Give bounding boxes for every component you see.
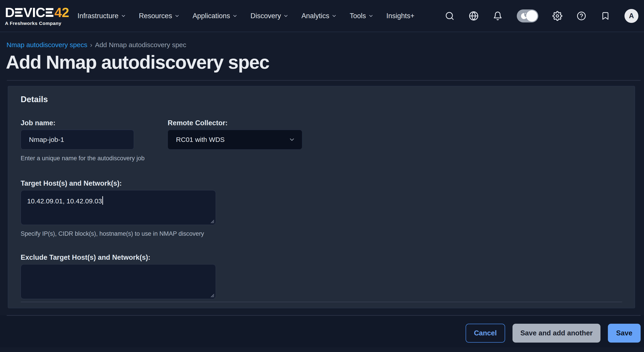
breadcrumb-separator: › [90,41,92,49]
save-and-add-another-button[interactable]: Save and add another [512,324,600,342]
breadcrumb: Nmap autodiscovery specs › Add Nmap auto… [6,41,644,49]
brand-letter: D [5,6,14,19]
bookmark-icon[interactable] [600,11,610,21]
targets-field-group: Target Host(s) and Network(s): 10.42.09.… [21,179,622,237]
nav-item-applications[interactable]: Applications [192,12,238,20]
breadcrumb-link-nmap-specs[interactable]: Nmap autodiscovery specs [6,41,87,49]
nav-utilities: A [445,9,638,23]
targets-label: Target Host(s) and Network(s): [21,179,622,187]
help-icon[interactable] [576,11,586,21]
chevron-down-icon [174,13,180,19]
exclude-targets-field-group: Exclude Target Host(s) and Network(s): [21,253,622,299]
brand-wordmark: DVIC42 [5,6,69,19]
nav-item-resources[interactable]: Resources [139,12,180,20]
section-title: Details [21,95,622,104]
job-name-helper: Enter a unique name for the autodiscover… [21,155,144,162]
nav-item-infrastructure[interactable]: Infrastructure [78,12,126,20]
job-name-label: Job name: [21,119,144,127]
avatar[interactable]: A [624,9,638,23]
nav-item-analytics[interactable]: Analytics [301,12,337,20]
top-divider [7,80,641,81]
job-name-field-group: Job name: Enter a unique name for the au… [21,119,144,162]
form-row-1: Job name: Enter a unique name for the au… [21,119,622,162]
resize-handle-icon[interactable] [210,219,214,224]
remote-collector-label: Remote Collector: [168,119,302,127]
chevron-down-icon [332,13,337,19]
toggle-knob [526,10,538,22]
save-button[interactable]: Save [608,324,641,342]
brand-logo[interactable]: DVIC42 A Freshworks Company [5,6,69,26]
brand-subtitle: A Freshworks Company [5,21,69,26]
nav-item-tools[interactable]: Tools [350,12,374,20]
exclude-targets-label: Exclude Target Host(s) and Network(s): [21,253,622,261]
bell-icon[interactable] [493,11,503,21]
chevron-down-icon [288,136,295,143]
theme-toggle[interactable] [517,10,538,23]
remote-collector-field-group: Remote Collector: RC01 with WDS [168,119,302,162]
targets-value: 10.42.09.01, 10.42.09.03 [27,197,102,205]
footer-action-bar: Cancel Save and add another Save [0,316,644,347]
resize-handle-icon[interactable] [210,293,214,298]
nav-item-insights[interactable]: Insights+ [386,12,414,20]
main-menu: Infrastructure Resources Applications Di… [78,12,414,20]
brand-e-glyph [15,8,23,17]
search-icon[interactable] [445,11,454,21]
card-bottom-divider [21,302,622,302]
remote-collector-select[interactable]: RC01 with WDS [168,130,302,150]
remote-collector-selected-value: RC01 with WDS [176,136,224,143]
chevron-down-icon [232,13,238,19]
chevron-down-icon [121,13,126,19]
text-caret [102,196,103,205]
targets-helper: Specify IP(s), CIDR block(s), hostname(s… [21,230,622,237]
cancel-button[interactable]: Cancel [466,324,505,342]
chevron-down-icon [283,13,288,19]
job-name-input[interactable] [21,130,134,150]
details-card: Details Job name: Enter a unique name fo… [8,86,635,308]
brand-letters: VIC [23,6,45,19]
targets-textarea[interactable]: 10.42.09.01, 10.42.09.03 [21,190,216,225]
brand-number: 42 [54,6,69,19]
brand-e-glyph [46,8,54,17]
top-nav: DVIC42 A Freshworks Company Infrastructu… [0,0,644,32]
exclude-targets-textarea[interactable] [21,264,216,299]
page-title: Add Nmap autodiscovery spec [6,52,644,73]
nav-item-discovery[interactable]: Discovery [250,12,288,20]
gear-icon[interactable] [552,11,562,21]
breadcrumb-current: Add Nmap autodiscovery spec [95,41,186,49]
chevron-down-icon [368,13,374,19]
globe-icon[interactable] [469,11,478,21]
avatar-initial: A [629,12,634,20]
